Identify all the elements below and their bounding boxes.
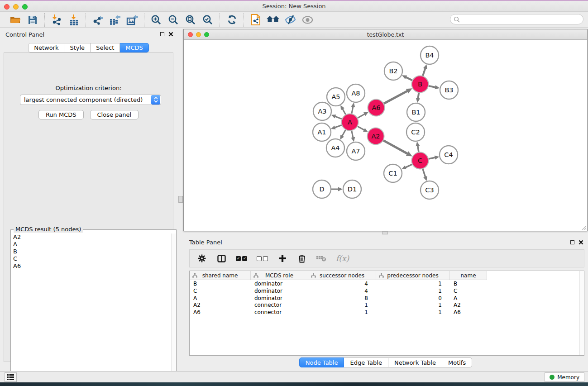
cell-predecessor-nodes[interactable]: 1 — [376, 309, 450, 316]
close-panel-icon[interactable] — [578, 240, 583, 245]
graph-node-D1[interactable]: D1 — [343, 180, 361, 198]
network-close-button[interactable] — [188, 32, 193, 37]
export-image-button[interactable] — [125, 13, 139, 27]
graph-node-B3[interactable]: B3 — [440, 81, 458, 99]
table-row[interactable]: A2connector11A2 — [190, 301, 584, 309]
cell-shared-name[interactable]: A — [190, 295, 251, 302]
add-column-button[interactable] — [277, 253, 287, 264]
graph-node-B[interactable]: B — [412, 76, 429, 93]
graph-node-A4[interactable]: A4 — [326, 139, 344, 157]
network-zoom-button[interactable] — [204, 32, 209, 37]
hide-graphics-details-button[interactable] — [283, 13, 297, 27]
import-table-button[interactable] — [67, 13, 81, 27]
cell-successor-nodes[interactable]: 4 — [308, 287, 376, 295]
cell-name[interactable]: A6 — [450, 309, 487, 316]
column-view-button[interactable] — [216, 253, 226, 264]
graph-edge-B-B3[interactable] — [429, 86, 435, 87]
cell-successor-nodes[interactable]: 4 — [308, 280, 376, 287]
graph-node-C2[interactable]: C2 — [406, 123, 425, 141]
cell-name[interactable]: C — [450, 287, 487, 295]
result-scrollbar[interactable] — [171, 234, 176, 384]
tab-network[interactable]: Network — [28, 43, 64, 52]
cell-predecessor-nodes[interactable]: 1 — [376, 280, 450, 287]
graph-node-B2[interactable]: B2 — [384, 62, 402, 80]
graph-edge-B-B4[interactable] — [423, 68, 425, 76]
graph-node-A1[interactable]: A1 — [313, 123, 331, 141]
tab-edge-table[interactable]: Edge Table — [344, 357, 388, 367]
graph-edge-A6-B[interactable] — [384, 91, 407, 104]
network-canvas[interactable]: AA1A2A3A4A5A6A7A8BB1B2B3B4CC1C2C3C4DD1 — [184, 40, 587, 231]
column-header-predecessor-nodes[interactable]: predecessor nodes — [376, 271, 450, 280]
cell-shared-name[interactable]: A2 — [190, 301, 251, 309]
deselect-all-button[interactable] — [257, 253, 268, 264]
zoom-out-button[interactable] — [166, 13, 181, 27]
criterion-dropdown[interactable]: largest connected component (directed) — [20, 95, 161, 105]
cell-predecessor-nodes[interactable]: 1 — [376, 301, 450, 309]
graph-edge-C-C2[interactable] — [418, 146, 419, 152]
table-row[interactable]: Cdominator41C — [190, 287, 584, 295]
delete-column-button[interactable] — [297, 253, 307, 264]
graph-edge-B-B1[interactable] — [418, 93, 419, 99]
cell-mcds-role[interactable]: dominator — [251, 287, 308, 295]
cell-name[interactable]: A — [450, 295, 487, 302]
graph-node-A8[interactable]: A8 — [347, 84, 365, 102]
cell-shared-name[interactable]: C — [190, 287, 251, 295]
float-panel-icon[interactable] — [160, 32, 164, 36]
graph-node-A5[interactable]: A5 — [327, 88, 345, 106]
search-input[interactable] — [460, 16, 573, 23]
cell-predecessor-nodes[interactable]: 0 — [376, 295, 450, 302]
tab-select[interactable]: Select — [91, 43, 120, 52]
graph-edge-A-A1[interactable] — [335, 125, 341, 128]
close-panel-icon[interactable] — [168, 32, 173, 37]
column-header-name[interactable]: name — [450, 271, 487, 280]
result-item[interactable]: C — [11, 255, 171, 262]
float-panel-icon[interactable] — [570, 240, 574, 244]
graph-node-D[interactable]: D — [313, 180, 331, 198]
column-header-shared-name[interactable]: shared name — [190, 271, 251, 280]
show-panels-button[interactable] — [5, 372, 17, 382]
run-mcds-button[interactable]: Run MCDS — [38, 110, 84, 119]
export-network-button[interactable] — [91, 13, 105, 27]
graph-node-C1[interactable]: C1 — [384, 164, 402, 182]
tab-network-table[interactable]: Network Table — [388, 357, 442, 367]
cell-shared-name[interactable]: A6 — [190, 309, 251, 316]
graph-edge-C-C3[interactable] — [423, 169, 425, 177]
graph-edge-C-C4[interactable] — [429, 157, 435, 159]
graph-node-C4[interactable]: C4 — [440, 146, 458, 164]
graph-edge-A-A4[interactable] — [342, 130, 346, 136]
cell-successor-nodes[interactable]: 8 — [308, 295, 376, 302]
close-panel-button[interactable]: Close panel — [90, 110, 139, 119]
cell-predecessor-nodes[interactable]: 1 — [376, 287, 450, 295]
table-row[interactable]: Adominator80A — [190, 295, 584, 302]
cell-successor-nodes[interactable]: 1 — [308, 309, 376, 316]
cell-name[interactable]: B — [450, 280, 487, 287]
tab-node-table[interactable]: Node Table — [299, 357, 344, 367]
graph-node-A[interactable]: A — [342, 114, 359, 131]
resize-grip-icon[interactable] — [581, 225, 587, 230]
graph-edge-B-B2[interactable] — [406, 77, 412, 80]
cell-mcds-role[interactable]: connector — [251, 301, 308, 309]
cell-mcds-role[interactable]: connector — [251, 309, 308, 316]
search-field[interactable] — [450, 14, 583, 24]
home-button[interactable] — [266, 13, 280, 27]
graph-node-A2[interactable]: A2 — [368, 128, 384, 145]
graph-edge-A-A6[interactable] — [358, 114, 365, 118]
graph-node-A6[interactable]: A6 — [368, 100, 385, 116]
zoom-window-button[interactable] — [22, 4, 28, 10]
result-item[interactable]: A6 — [11, 262, 171, 270]
close-window-button[interactable] — [4, 4, 10, 10]
export-table-button[interactable] — [108, 13, 122, 27]
column-header-successor-nodes[interactable]: successor nodes — [308, 271, 376, 280]
graph-edge-A-A7[interactable] — [352, 131, 353, 138]
cell-mcds-role[interactable]: dominator — [251, 280, 308, 287]
open-session-button[interactable] — [8, 13, 23, 27]
vertical-splitter-handle[interactable] — [178, 196, 183, 203]
node-table[interactable]: shared nameMCDS rolesuccessor nodesprede… — [189, 271, 584, 356]
table-settings-button[interactable] — [197, 253, 207, 264]
graph-node-B1[interactable]: B1 — [407, 103, 425, 121]
result-item[interactable]: B — [11, 248, 171, 255]
graph-edge-A-A8[interactable] — [352, 106, 353, 113]
network-minimize-button[interactable] — [196, 32, 201, 37]
graph-edge-C-C1[interactable] — [405, 164, 412, 167]
graph-edge-A-A3[interactable] — [335, 116, 342, 119]
